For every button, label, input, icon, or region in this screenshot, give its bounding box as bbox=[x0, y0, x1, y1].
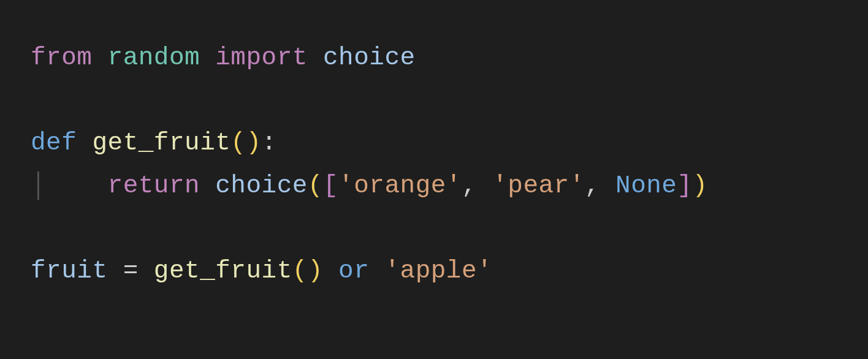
paren-close: ) bbox=[693, 172, 708, 200]
code-line-3: def get_fruit(): bbox=[31, 129, 277, 157]
colon: : bbox=[262, 129, 277, 157]
string-quote: ' bbox=[384, 257, 400, 285]
variable-name: fruit bbox=[31, 257, 108, 285]
code-line-6: fruit = get_fruit() or 'apple' bbox=[31, 257, 492, 285]
keyword-def: def bbox=[31, 129, 77, 157]
string-quote: ' bbox=[477, 257, 492, 285]
code-line-1: from random import choice bbox=[31, 43, 416, 72]
space bbox=[477, 172, 492, 200]
keyword-or: or bbox=[338, 257, 369, 285]
space bbox=[600, 172, 615, 200]
string-literal: pear bbox=[508, 172, 569, 200]
string-quote: ' bbox=[569, 172, 585, 200]
space bbox=[323, 257, 338, 285]
imported-name: choice bbox=[323, 43, 416, 72]
string-quote: ' bbox=[492, 172, 508, 200]
indent bbox=[46, 172, 107, 200]
bracket-open: [ bbox=[323, 172, 338, 200]
constant-none: None bbox=[615, 172, 677, 200]
paren-open: ( bbox=[230, 129, 246, 157]
code-block: from random import choice def get_fruit(… bbox=[0, 0, 868, 330]
keyword-from: from bbox=[31, 43, 92, 72]
comma: , bbox=[585, 172, 600, 200]
paren-close: ) bbox=[246, 129, 261, 157]
bracket-close: ] bbox=[677, 172, 692, 200]
assign: = bbox=[108, 257, 154, 285]
keyword-return: return bbox=[108, 172, 200, 200]
paren-open: ( bbox=[292, 257, 308, 285]
string-literal: apple bbox=[400, 257, 478, 285]
call-name: get_fruit bbox=[154, 257, 292, 285]
function-name: get_fruit bbox=[92, 129, 230, 157]
space bbox=[369, 257, 384, 285]
comma: , bbox=[462, 172, 477, 200]
string-quote: ' bbox=[446, 172, 462, 200]
call-name: choice bbox=[215, 172, 308, 200]
string-quote: ' bbox=[338, 172, 354, 200]
keyword-import: import bbox=[215, 43, 308, 72]
paren-open: ( bbox=[308, 172, 323, 200]
module-name: random bbox=[108, 43, 200, 72]
code-line-4: │ return choice(['orange', 'pear', None]… bbox=[31, 172, 708, 200]
string-literal: orange bbox=[354, 172, 446, 200]
paren-close: ) bbox=[308, 257, 323, 285]
indent-guide: │ bbox=[31, 172, 46, 200]
